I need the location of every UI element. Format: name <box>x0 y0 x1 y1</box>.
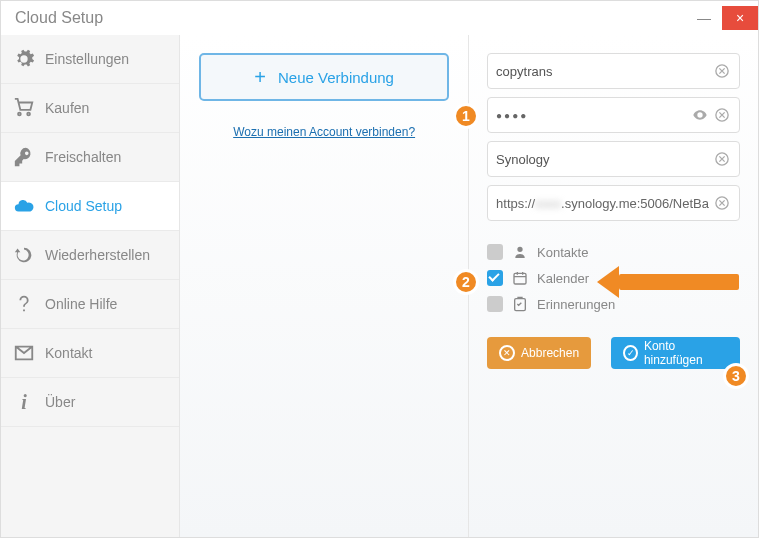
badge-3: 3 <box>723 363 749 389</box>
sidebar-item-label: Einstellungen <box>45 51 129 67</box>
url-blurred: xxxx <box>535 196 561 211</box>
cloud-icon <box>13 195 35 217</box>
cancel-button[interactable]: ✕ Abbrechen <box>487 337 591 369</box>
account-name-input[interactable] <box>496 152 709 167</box>
url-prefix: https:// <box>496 196 535 211</box>
account-name-field-wrapper <box>487 141 740 177</box>
url-field-wrapper: https:// xxxx .synology.me:5006/NetBa <box>487 185 740 221</box>
add-label: Konto hinzufügen <box>644 339 728 367</box>
restore-icon <box>13 244 35 266</box>
sidebar-item-ueber[interactable]: i Über <box>1 378 179 427</box>
sidebar-item-wiederherstellen[interactable]: Wiederherstellen <box>1 231 179 280</box>
why-connect-link[interactable]: Wozu meinen Account verbinden? <box>233 125 415 139</box>
page-title: Cloud Setup <box>15 9 103 27</box>
contacts-label: Kontakte <box>537 245 588 260</box>
username-input[interactable] <box>496 64 709 79</box>
key-icon <box>13 146 35 168</box>
window-close-button[interactable]: × <box>722 6 758 30</box>
sidebar-item-freischalten[interactable]: Freischalten <box>1 133 179 182</box>
password-input[interactable]: ●●●● <box>496 110 687 121</box>
sidebar-item-kontakt[interactable]: Kontakt <box>1 329 179 378</box>
badge-2: 2 <box>453 269 479 295</box>
clear-icon[interactable] <box>713 106 731 124</box>
gear-icon <box>13 48 35 70</box>
sidebar-item-label: Cloud Setup <box>45 198 122 214</box>
eye-icon[interactable] <box>691 106 709 124</box>
help-icon <box>13 293 35 315</box>
cancel-circle-icon: ✕ <box>499 345 515 361</box>
clear-icon[interactable] <box>713 194 731 212</box>
reminders-label: Erinnerungen <box>537 297 615 312</box>
clear-icon[interactable] <box>713 62 731 80</box>
window-minimize-button[interactable]: — <box>686 6 722 30</box>
cancel-label: Abbrechen <box>521 346 579 360</box>
calendar-checkbox[interactable] <box>487 270 503 286</box>
sidebar-item-einstellungen[interactable]: Einstellungen <box>1 35 179 84</box>
contacts-checkbox[interactable] <box>487 244 503 260</box>
cart-icon <box>13 97 35 119</box>
badge-1: 1 <box>453 103 479 129</box>
info-icon: i <box>13 391 35 413</box>
reminders-checkbox[interactable] <box>487 296 503 312</box>
checklist-icon <box>511 295 529 313</box>
sidebar-item-label: Online Hilfe <box>45 296 117 312</box>
sidebar-item-label: Freischalten <box>45 149 121 165</box>
calendar-label: Kalender <box>537 271 589 286</box>
mail-icon <box>13 342 35 364</box>
username-field-wrapper <box>487 53 740 89</box>
sync-row-contacts: Kontakte <box>487 239 740 265</box>
sidebar: Einstellungen Kaufen Freischalten Cloud … <box>1 35 180 537</box>
calendar-icon <box>511 269 529 287</box>
new-connection-button[interactable]: + Neue Verbindung <box>199 53 449 101</box>
person-icon <box>511 243 529 261</box>
add-account-button[interactable]: ✓ Konto hinzufügen <box>611 337 740 369</box>
svg-rect-4 <box>514 273 526 284</box>
sidebar-item-label: Kontakt <box>45 345 92 361</box>
sidebar-item-online-hilfe[interactable]: Online Hilfe <box>1 280 179 329</box>
url-suffix: .synology.me:5006/NetBa <box>561 196 709 211</box>
sidebar-item-label: Wiederherstellen <box>45 247 150 263</box>
clear-icon[interactable] <box>713 150 731 168</box>
new-connection-label: Neue Verbindung <box>278 69 394 86</box>
sidebar-item-label: Kaufen <box>45 100 89 116</box>
password-field-wrapper: ●●●● <box>487 97 740 133</box>
check-circle-icon: ✓ <box>623 345 638 361</box>
sidebar-item-cloud-setup[interactable]: Cloud Setup <box>1 182 179 231</box>
plus-icon: + <box>254 66 266 89</box>
sidebar-item-kaufen[interactable]: Kaufen <box>1 84 179 133</box>
sidebar-item-label: Über <box>45 394 75 410</box>
